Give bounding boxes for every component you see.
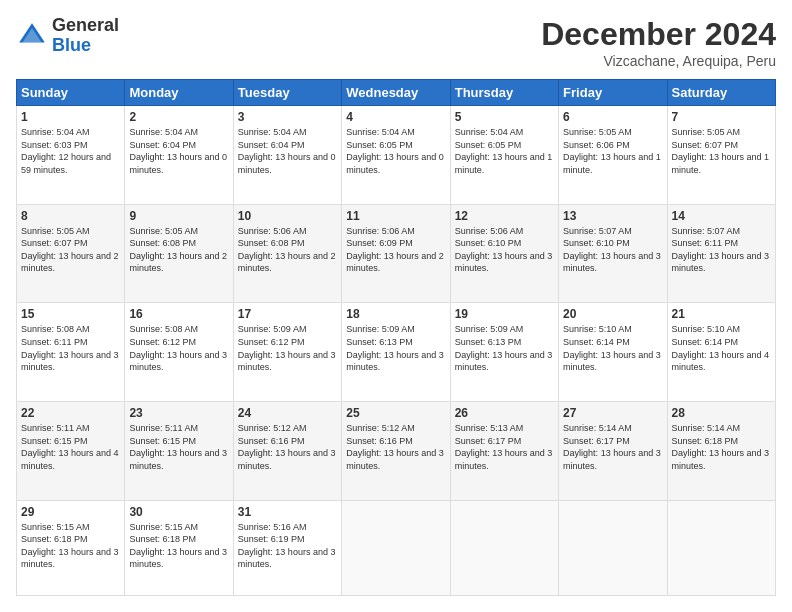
- day-number: 14: [672, 209, 771, 223]
- calendar-cell: 2 Sunrise: 5:04 AM Sunset: 6:04 PM Dayli…: [125, 106, 233, 205]
- col-header-sunday: Sunday: [17, 80, 125, 106]
- calendar-week-row: 8 Sunrise: 5:05 AM Sunset: 6:07 PM Dayli…: [17, 204, 776, 303]
- calendar-cell: 27 Sunrise: 5:14 AM Sunset: 6:17 PM Dayl…: [559, 401, 667, 500]
- day-number: 17: [238, 307, 337, 321]
- col-header-monday: Monday: [125, 80, 233, 106]
- day-number: 31: [238, 505, 337, 519]
- header: General Blue December 2024 Vizcachane, A…: [16, 16, 776, 69]
- calendar-cell: [342, 500, 450, 595]
- cell-info: Sunrise: 5:08 AM Sunset: 6:11 PM Dayligh…: [21, 323, 120, 373]
- calendar-cell: 12 Sunrise: 5:06 AM Sunset: 6:10 PM Dayl…: [450, 204, 558, 303]
- cell-info: Sunrise: 5:16 AM Sunset: 6:19 PM Dayligh…: [238, 521, 337, 571]
- calendar-cell: 8 Sunrise: 5:05 AM Sunset: 6:07 PM Dayli…: [17, 204, 125, 303]
- page: General Blue December 2024 Vizcachane, A…: [0, 0, 792, 612]
- calendar-cell: 16 Sunrise: 5:08 AM Sunset: 6:12 PM Dayl…: [125, 303, 233, 402]
- cell-info: Sunrise: 5:15 AM Sunset: 6:18 PM Dayligh…: [129, 521, 228, 571]
- calendar-week-row: 15 Sunrise: 5:08 AM Sunset: 6:11 PM Dayl…: [17, 303, 776, 402]
- cell-info: Sunrise: 5:12 AM Sunset: 6:16 PM Dayligh…: [346, 422, 445, 472]
- calendar-cell: 22 Sunrise: 5:11 AM Sunset: 6:15 PM Dayl…: [17, 401, 125, 500]
- day-number: 20: [563, 307, 662, 321]
- logo-blue: Blue: [52, 36, 119, 56]
- day-number: 1: [21, 110, 120, 124]
- cell-info: Sunrise: 5:07 AM Sunset: 6:11 PM Dayligh…: [672, 225, 771, 275]
- cell-info: Sunrise: 5:06 AM Sunset: 6:10 PM Dayligh…: [455, 225, 554, 275]
- day-number: 2: [129, 110, 228, 124]
- month-title: December 2024: [541, 16, 776, 53]
- calendar-cell: 25 Sunrise: 5:12 AM Sunset: 6:16 PM Dayl…: [342, 401, 450, 500]
- cell-info: Sunrise: 5:04 AM Sunset: 6:05 PM Dayligh…: [346, 126, 445, 176]
- cell-info: Sunrise: 5:05 AM Sunset: 6:08 PM Dayligh…: [129, 225, 228, 275]
- calendar-cell: 9 Sunrise: 5:05 AM Sunset: 6:08 PM Dayli…: [125, 204, 233, 303]
- day-number: 8: [21, 209, 120, 223]
- cell-info: Sunrise: 5:15 AM Sunset: 6:18 PM Dayligh…: [21, 521, 120, 571]
- calendar-cell: 24 Sunrise: 5:12 AM Sunset: 6:16 PM Dayl…: [233, 401, 341, 500]
- col-header-tuesday: Tuesday: [233, 80, 341, 106]
- col-header-wednesday: Wednesday: [342, 80, 450, 106]
- day-number: 3: [238, 110, 337, 124]
- day-number: 13: [563, 209, 662, 223]
- calendar-cell: 17 Sunrise: 5:09 AM Sunset: 6:12 PM Dayl…: [233, 303, 341, 402]
- day-number: 27: [563, 406, 662, 420]
- calendar-cell: 3 Sunrise: 5:04 AM Sunset: 6:04 PM Dayli…: [233, 106, 341, 205]
- calendar-cell: 4 Sunrise: 5:04 AM Sunset: 6:05 PM Dayli…: [342, 106, 450, 205]
- day-number: 4: [346, 110, 445, 124]
- day-number: 10: [238, 209, 337, 223]
- calendar-cell: 14 Sunrise: 5:07 AM Sunset: 6:11 PM Dayl…: [667, 204, 775, 303]
- day-number: 18: [346, 307, 445, 321]
- calendar-cell: 20 Sunrise: 5:10 AM Sunset: 6:14 PM Dayl…: [559, 303, 667, 402]
- calendar-cell: 11 Sunrise: 5:06 AM Sunset: 6:09 PM Dayl…: [342, 204, 450, 303]
- day-number: 7: [672, 110, 771, 124]
- cell-info: Sunrise: 5:04 AM Sunset: 6:03 PM Dayligh…: [21, 126, 120, 176]
- calendar-cell: 18 Sunrise: 5:09 AM Sunset: 6:13 PM Dayl…: [342, 303, 450, 402]
- calendar-cell: 29 Sunrise: 5:15 AM Sunset: 6:18 PM Dayl…: [17, 500, 125, 595]
- calendar-cell: [559, 500, 667, 595]
- calendar-cell: 31 Sunrise: 5:16 AM Sunset: 6:19 PM Dayl…: [233, 500, 341, 595]
- cell-info: Sunrise: 5:04 AM Sunset: 6:04 PM Dayligh…: [238, 126, 337, 176]
- calendar-cell: 21 Sunrise: 5:10 AM Sunset: 6:14 PM Dayl…: [667, 303, 775, 402]
- day-number: 28: [672, 406, 771, 420]
- calendar-cell: 7 Sunrise: 5:05 AM Sunset: 6:07 PM Dayli…: [667, 106, 775, 205]
- day-number: 9: [129, 209, 228, 223]
- cell-info: Sunrise: 5:11 AM Sunset: 6:15 PM Dayligh…: [129, 422, 228, 472]
- day-number: 21: [672, 307, 771, 321]
- cell-info: Sunrise: 5:14 AM Sunset: 6:18 PM Dayligh…: [672, 422, 771, 472]
- cell-info: Sunrise: 5:07 AM Sunset: 6:10 PM Dayligh…: [563, 225, 662, 275]
- location-subtitle: Vizcachane, Arequipa, Peru: [541, 53, 776, 69]
- day-number: 30: [129, 505, 228, 519]
- calendar-cell: 28 Sunrise: 5:14 AM Sunset: 6:18 PM Dayl…: [667, 401, 775, 500]
- day-number: 25: [346, 406, 445, 420]
- cell-info: Sunrise: 5:10 AM Sunset: 6:14 PM Dayligh…: [563, 323, 662, 373]
- logo-general: General: [52, 16, 119, 36]
- cell-info: Sunrise: 5:09 AM Sunset: 6:12 PM Dayligh…: [238, 323, 337, 373]
- cell-info: Sunrise: 5:10 AM Sunset: 6:14 PM Dayligh…: [672, 323, 771, 373]
- day-number: 5: [455, 110, 554, 124]
- cell-info: Sunrise: 5:05 AM Sunset: 6:07 PM Dayligh…: [21, 225, 120, 275]
- day-number: 15: [21, 307, 120, 321]
- cell-info: Sunrise: 5:14 AM Sunset: 6:17 PM Dayligh…: [563, 422, 662, 472]
- calendar-cell: 19 Sunrise: 5:09 AM Sunset: 6:13 PM Dayl…: [450, 303, 558, 402]
- calendar-cell: 5 Sunrise: 5:04 AM Sunset: 6:05 PM Dayli…: [450, 106, 558, 205]
- cell-info: Sunrise: 5:12 AM Sunset: 6:16 PM Dayligh…: [238, 422, 337, 472]
- day-number: 26: [455, 406, 554, 420]
- col-header-thursday: Thursday: [450, 80, 558, 106]
- calendar-cell: 30 Sunrise: 5:15 AM Sunset: 6:18 PM Dayl…: [125, 500, 233, 595]
- calendar-week-row: 1 Sunrise: 5:04 AM Sunset: 6:03 PM Dayli…: [17, 106, 776, 205]
- day-number: 12: [455, 209, 554, 223]
- calendar-table: SundayMondayTuesdayWednesdayThursdayFrid…: [16, 79, 776, 596]
- calendar-cell: 23 Sunrise: 5:11 AM Sunset: 6:15 PM Dayl…: [125, 401, 233, 500]
- cell-info: Sunrise: 5:13 AM Sunset: 6:17 PM Dayligh…: [455, 422, 554, 472]
- calendar-cell: 15 Sunrise: 5:08 AM Sunset: 6:11 PM Dayl…: [17, 303, 125, 402]
- calendar-week-row: 29 Sunrise: 5:15 AM Sunset: 6:18 PM Dayl…: [17, 500, 776, 595]
- day-number: 22: [21, 406, 120, 420]
- calendar-cell: 6 Sunrise: 5:05 AM Sunset: 6:06 PM Dayli…: [559, 106, 667, 205]
- logo-icon: [16, 20, 48, 52]
- col-header-saturday: Saturday: [667, 80, 775, 106]
- calendar-cell: [450, 500, 558, 595]
- cell-info: Sunrise: 5:09 AM Sunset: 6:13 PM Dayligh…: [455, 323, 554, 373]
- logo: General Blue: [16, 16, 119, 56]
- calendar-cell: 1 Sunrise: 5:04 AM Sunset: 6:03 PM Dayli…: [17, 106, 125, 205]
- calendar-cell: 26 Sunrise: 5:13 AM Sunset: 6:17 PM Dayl…: [450, 401, 558, 500]
- cell-info: Sunrise: 5:04 AM Sunset: 6:05 PM Dayligh…: [455, 126, 554, 176]
- col-header-friday: Friday: [559, 80, 667, 106]
- cell-info: Sunrise: 5:11 AM Sunset: 6:15 PM Dayligh…: [21, 422, 120, 472]
